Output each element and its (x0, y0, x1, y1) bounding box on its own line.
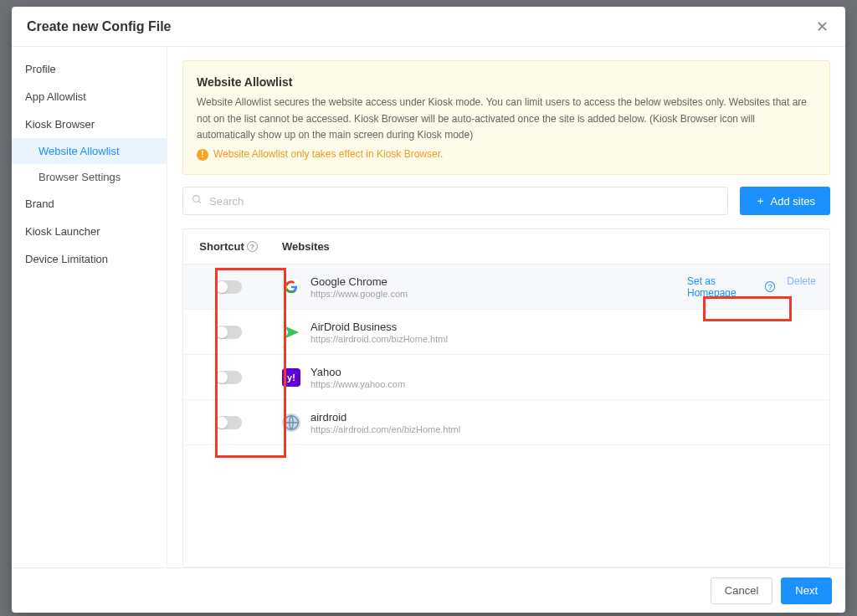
site-name: airdroid (310, 411, 460, 424)
info-body: Website Allowlist secures the website ac… (197, 95, 816, 143)
search-row: ＋ Add sites (182, 187, 830, 215)
modal-title: Create new Config File (27, 19, 171, 34)
shortcut-toggle[interactable] (215, 280, 242, 294)
sidebar-item-browser-settings[interactable]: Browser Settings (12, 164, 167, 190)
content-area: Website Allowlist Website Allowlist secu… (167, 47, 845, 567)
info-panel: Website Allowlist Website Allowlist secu… (182, 60, 830, 175)
header-websites: Websites (274, 240, 687, 253)
header-shortcut: Shortcut ? (183, 240, 274, 253)
set-homepage-label: Set as Homepage (687, 275, 762, 299)
info-warning: ! Website Allowlist only takes effect in… (197, 146, 816, 162)
site-url: https://www.yahoo.com (310, 379, 405, 389)
config-modal: Create new Config File ✕ Profile App All… (12, 7, 845, 613)
plus-icon: ＋ (755, 193, 766, 208)
site-name: AirDroid Business (310, 321, 448, 333)
svg-point-0 (193, 196, 200, 203)
info-warning-text: Website Allowlist only takes effect in K… (213, 146, 443, 162)
airdroid-icon (282, 323, 300, 341)
site-url: https://www.google.com (310, 289, 408, 299)
warning-icon: ! (197, 149, 208, 161)
add-sites-label: Add sites (771, 195, 815, 208)
cancel-button[interactable]: Cancel (711, 578, 772, 604)
add-sites-button[interactable]: ＋ Add sites (740, 187, 830, 215)
site-url: https://airdroid.com/en/bizHome.html (310, 424, 460, 434)
shortcut-toggle[interactable] (215, 371, 242, 384)
sidebar-item-profile[interactable]: Profile (12, 55, 167, 83)
search-icon (192, 193, 203, 208)
globe-icon (282, 413, 300, 432)
set-homepage-link[interactable]: Set as Homepage ? (687, 275, 775, 299)
help-icon[interactable]: ? (247, 241, 258, 252)
table-row[interactable]: AirDroid Business https://airdroid.com/b… (183, 310, 829, 355)
sidebar-item-device-limitation[interactable]: Device Limitation (12, 245, 167, 273)
table-row[interactable]: airdroid https://airdroid.com/en/bizHome… (183, 400, 829, 445)
search-input[interactable] (209, 195, 719, 208)
google-icon (282, 278, 300, 296)
table-header: Shortcut ? Websites (183, 229, 829, 264)
delete-link[interactable]: Delete (787, 275, 816, 299)
shortcut-toggle[interactable] (215, 326, 242, 339)
modal-body: Profile App Allowlist Kiosk Browser Webs… (12, 47, 845, 567)
help-icon: ? (765, 281, 775, 292)
header-shortcut-label: Shortcut (199, 240, 244, 253)
sidebar-item-app-allowlist[interactable]: App Allowlist (12, 83, 167, 110)
site-url: https://airdroid.com/bizHome.html (310, 334, 448, 344)
search-box[interactable] (182, 187, 728, 215)
sidebar-item-kiosk-browser[interactable]: Kiosk Browser (12, 110, 167, 138)
sidebar-item-website-allowlist[interactable]: Website Allowlist (12, 138, 167, 164)
site-name: Yahoo (310, 366, 405, 378)
modal-header: Create new Config File ✕ (12, 7, 845, 47)
table-row[interactable]: y! Yahoo https://www.yahoo.com (183, 355, 829, 400)
modal-footer: Cancel Next (12, 567, 845, 613)
yahoo-icon: y! (282, 368, 300, 387)
table-row[interactable]: Google Chrome https://www.google.com Set… (183, 264, 829, 310)
sidebar-item-kiosk-launcher[interactable]: Kiosk Launcher (12, 218, 167, 245)
svg-line-1 (198, 201, 201, 203)
site-name: Google Chrome (310, 275, 408, 288)
sidebar: Profile App Allowlist Kiosk Browser Webs… (12, 47, 167, 567)
next-button[interactable]: Next (781, 578, 832, 604)
websites-table: Shortcut ? Websites (182, 228, 830, 567)
sidebar-item-brand[interactable]: Brand (12, 190, 167, 218)
info-title: Website Allowlist (197, 73, 816, 91)
close-icon[interactable]: ✕ (813, 18, 830, 36)
shortcut-toggle[interactable] (215, 416, 242, 429)
